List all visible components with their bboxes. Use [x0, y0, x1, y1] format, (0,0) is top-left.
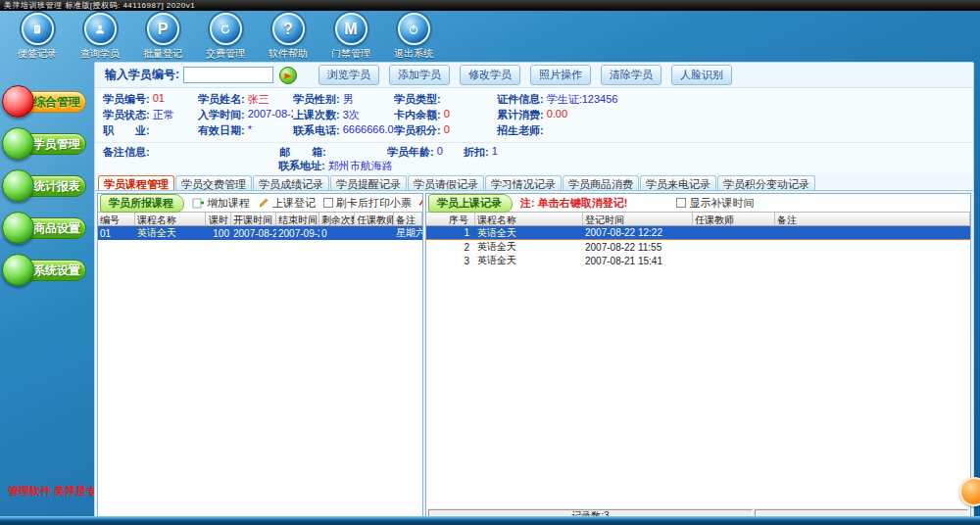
class-register-button[interactable]: 上课登记 — [258, 196, 316, 211]
student-action-bar: 输入学员编号: ▶ 浏览学员 添加学员 修改学员 照片操作 清除学员 人脸识别 — [95, 63, 973, 88]
tab-score-records[interactable]: 学员成绩记录 — [253, 175, 329, 190]
course-row-selected[interactable]: 01 英语全天 100 2007-08-21 2007-09-21 0 星期六上… — [98, 226, 422, 240]
toolbar-software-help[interactable]: ? 软件帮助 — [257, 13, 319, 62]
tab-points-change-records[interactable]: 学员积分变动记录 — [717, 175, 815, 190]
address-field: 联系地址:郑州市航海路 — [278, 159, 393, 173]
remark-field: 备注信息: — [103, 145, 279, 160]
tab-leave-records[interactable]: 学员请假记录 — [408, 175, 484, 190]
clear-student-button[interactable]: 清除学员 — [601, 65, 662, 85]
green-ball-icon — [2, 127, 34, 160]
attendance-row[interactable]: 2 英语全天 2007-08-22 11:55 — [426, 240, 970, 254]
enroll-date-field: 入学时间:2007-08-21 — [198, 108, 293, 122]
title-bar: 美萍培训班管理 标准版[授权码: 44116987] 2020v1 — [0, 0, 980, 11]
student-id-input[interactable] — [183, 67, 273, 83]
recruiter-field: 招生老师: — [497, 123, 973, 138]
tab-payment-management[interactable]: 学员交费管理 — [175, 175, 252, 190]
toolbar-note-records[interactable]: 便签记录 — [6, 13, 69, 62]
discount-field: 折扣:1 — [464, 145, 498, 160]
checkbox-icon — [676, 198, 686, 208]
student-gender-field: 学员性别:男 — [293, 92, 394, 107]
tab-call-records[interactable]: 学员来电记录 — [640, 175, 716, 190]
modify-student-button[interactable]: 修改学员 — [460, 65, 520, 85]
checkbox-icon — [323, 198, 333, 208]
receipt-settings-link[interactable]: 小票设置 — [419, 196, 423, 211]
tab-content: 学员所报课程 增加课程 上课登记 刷卡后打印小票 小票设置 — [95, 191, 973, 518]
class-count-field: 上课次数:3次 — [293, 108, 394, 122]
toolbar-query-student[interactable]: 查询学员 — [69, 13, 131, 62]
student-no-field: 学员编号:01 — [103, 92, 198, 107]
age-field: 学员年龄:0 — [387, 145, 464, 160]
power-icon — [398, 13, 430, 45]
toolbar-access-control[interactable]: M 门禁管理 — [319, 13, 382, 62]
add-course-icon — [192, 197, 204, 209]
right-click-note: 注: 单击右键取消登记! — [520, 196, 627, 211]
card-balance-field: 卡内余额:0 — [394, 108, 497, 122]
detail-tabbar: 学员课程管理 学员交费管理 学员成绩记录 学员提醒记录 学员请假记录 学习情况记… — [95, 173, 973, 191]
red-ball-icon — [2, 85, 34, 118]
tab-course-management[interactable]: 学员课程管理 — [98, 175, 174, 190]
tab-study-records[interactable]: 学习情况记录 — [485, 175, 562, 190]
go-arrow-button[interactable]: ▶ — [279, 67, 297, 84]
show-makeup-time-checkbox[interactable]: 显示补课时间 — [676, 196, 754, 211]
student-name-field: 学员姓名:张三 — [198, 92, 293, 107]
green-ball-icon — [2, 254, 34, 286]
courses-table-header: 编号 课程名称 课时 开课时间 结束时间 剩余次数 任课教师 备注 — [98, 212, 422, 226]
pencil-icon — [258, 197, 270, 209]
sidebar-item-students[interactable]: 学员管理 — [2, 129, 88, 159]
face-recognition-button[interactable]: 人脸识别 — [671, 65, 732, 85]
sidebar-item-system[interactable]: 系统设置 — [2, 256, 88, 285]
green-ball-icon — [2, 212, 34, 244]
print-receipt-checkbox[interactable]: 刷卡后打印小票 — [323, 196, 412, 211]
occupation-field: 职 业: — [103, 123, 198, 138]
student-status-field: 学员状态:正常 — [103, 108, 198, 122]
phone-field: 联系电话:6666666.0000000 — [293, 123, 394, 138]
browse-student-button[interactable]: 浏览学员 — [318, 65, 379, 85]
window-title: 美萍培训班管理 标准版[授权码: 44116987] 2020v1 — [4, 1, 195, 10]
student-idcard-field: 证件信息:学生证:123456 — [497, 92, 973, 107]
total-consumption-field: 累计消费:0.00 — [497, 108, 973, 122]
sidebar: 综合管理 学员管理 统计报表 商品设置 系统设置 管理软件 美萍是专家 — [0, 62, 91, 522]
letter-m-icon: M — [335, 13, 368, 45]
app-window: 美萍培训班管理 标准版[授权码: 44116987] 2020v1 便签记录 查… — [0, 0, 980, 525]
slogan-text: 管理软件 美萍是专家 — [8, 484, 108, 499]
toolbar-batch-register[interactable]: P 批量登记 — [131, 13, 194, 62]
tab-product-consumption[interactable]: 学员商品消费 — [563, 175, 639, 190]
photo-operation-button[interactable]: 照片操作 — [530, 65, 591, 85]
help-icon: ? — [272, 13, 305, 45]
student-type-field: 学员类型: — [394, 92, 497, 107]
attendance-records-title: 学员上课记录 — [428, 194, 513, 213]
main-toolbar: 便签记录 查询学员 P 批量登记 交费管理 ? 软件帮助 — [6, 13, 445, 62]
attendance-records-panel: 学员上课记录 注: 单击右键取消登记! 显示补课时间 序号 课程名称 登记时间 … — [425, 193, 971, 518]
enrolled-courses-title: 学员所报课程 — [100, 194, 184, 213]
valid-date-field: 有效日期:* — [198, 123, 293, 138]
green-ball-icon — [2, 169, 34, 202]
add-course-button[interactable]: 增加课程 — [192, 196, 250, 211]
refresh-icon — [210, 13, 242, 45]
points-field: 学员积分:0 — [394, 123, 497, 138]
toolbar-payment-management[interactable]: 交费管理 — [194, 13, 257, 62]
enrolled-courses-panel: 学员所报课程 增加课程 上课登记 刷卡后打印小票 小票设置 — [97, 193, 423, 518]
person-icon — [84, 13, 117, 45]
student-id-label: 输入学员编号: — [105, 67, 179, 83]
main-panel: 输入学员编号: ▶ 浏览学员 添加学员 修改学员 照片操作 清除学员 人脸识别 … — [94, 62, 974, 518]
window-bottom-frame — [0, 516, 980, 522]
tab-reminder-records[interactable]: 学员提醒记录 — [330, 175, 407, 190]
sidebar-item-products[interactable]: 商品设置 — [2, 214, 88, 243]
attendance-row[interactable]: 3 英语全天 2007-08-21 15:41 — [426, 254, 970, 267]
student-info-section: 学员编号:01 学员姓名:张三 学员性别:男 学员类型: 证件信息:学生证:12… — [95, 88, 973, 173]
add-student-button[interactable]: 添加学员 — [389, 65, 450, 85]
sidebar-item-comprehensive[interactable]: 综合管理 — [2, 87, 88, 117]
attendance-table-header: 序号 课程名称 登记时间 任课教师 备注 — [426, 212, 970, 226]
toolbar-exit-system[interactable]: 退出系统 — [382, 13, 445, 62]
letter-p-icon: P — [147, 13, 179, 45]
note-icon — [22, 13, 54, 45]
attendance-row-selected[interactable]: 1 英语全天 2007-08-22 12:22 — [426, 226, 970, 240]
sidebar-item-reports[interactable]: 统计报表 — [2, 171, 88, 201]
